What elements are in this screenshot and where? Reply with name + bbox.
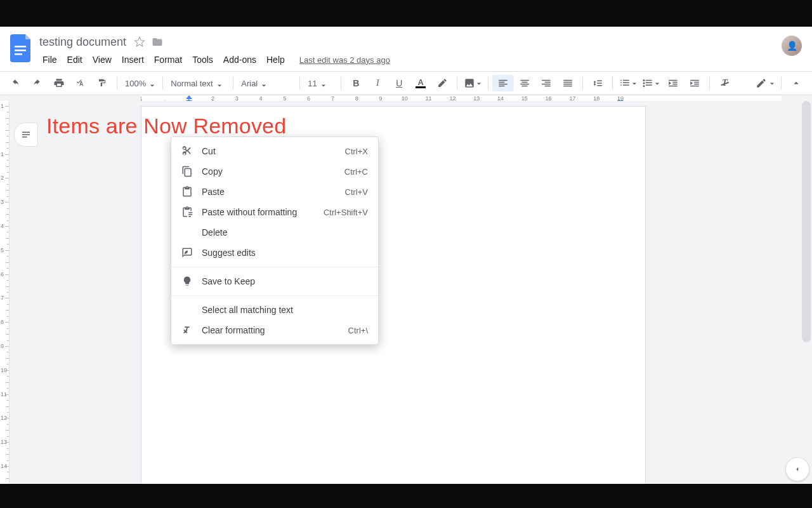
bold-button[interactable]: B [345, 75, 367, 91]
context-menu-shortcut: Ctrl+C [344, 167, 368, 177]
align-right-button[interactable] [535, 75, 557, 91]
menu-format[interactable]: Format [150, 52, 187, 67]
menu-edit[interactable]: Edit [63, 52, 87, 67]
undo-button[interactable] [5, 75, 27, 91]
print-button[interactable] [48, 75, 70, 91]
underline-button[interactable]: U [388, 75, 410, 91]
font-value: Arial [241, 79, 258, 88]
menubar: File Edit View Insert Format Tools Add-o… [38, 52, 390, 67]
context-menu-item[interactable]: PasteCtrl+V [171, 182, 378, 202]
chevron-down-icon [217, 81, 222, 86]
header: testing document File Edit View Insert F… [0, 27, 812, 67]
overlay-text: Items are Now Removed [46, 114, 286, 138]
context-menu-label: Paste [202, 187, 336, 197]
collapse-toolbar-button[interactable] [785, 75, 807, 91]
context-menu-shortcut: Ctrl+\ [348, 326, 368, 335]
zoom-select[interactable]: 100% [121, 79, 159, 88]
context-menu-label: Copy [202, 166, 336, 177]
svg-rect-1 [15, 50, 26, 51]
context-menu-item[interactable]: CopyCtrl+C [171, 161, 378, 182]
context-menu-shortcut: Ctrl+Shift+V [324, 208, 368, 217]
context-menu-item[interactable]: Suggest edits [171, 243, 378, 263]
scrollbar-thumb[interactable] [802, 101, 811, 342]
align-justify-button[interactable] [557, 75, 579, 91]
context-menu-label: Delete [202, 227, 368, 237]
context-menu-item[interactable]: Select all matching text [171, 300, 378, 320]
menu-addons[interactable]: Add-ons [219, 52, 261, 67]
size-value: 11 [308, 79, 317, 88]
paragraph-style-select[interactable]: Normal text [167, 79, 229, 88]
paint-format-button[interactable] [91, 75, 113, 91]
chevron-down-icon [769, 79, 775, 88]
clearf-icon [181, 324, 193, 336]
context-menu-item[interactable]: Delete [171, 222, 378, 243]
chevron-down-icon [655, 79, 660, 88]
svg-rect-2 [15, 53, 22, 55]
menu-view[interactable]: View [88, 52, 116, 67]
editing-mode-button[interactable] [753, 75, 777, 91]
decrease-indent-button[interactable] [662, 75, 684, 91]
insert-image-button[interactable] [461, 75, 484, 91]
docs-app-icon[interactable] [10, 34, 33, 62]
bulleted-list-button[interactable] [639, 75, 662, 91]
context-menu-shortcut: Ctrl+X [345, 147, 368, 156]
context-menu-item[interactable]: Save to Keep [171, 271, 378, 291]
text-color-button[interactable]: A [410, 75, 431, 91]
context-menu-label: Paste without formatting [202, 207, 315, 217]
menu-file[interactable]: File [38, 52, 62, 67]
avatar[interactable]: 👤 [782, 36, 802, 56]
chevron-down-icon [476, 79, 481, 88]
last-edit-text[interactable]: Last edit was 2 days ago [299, 55, 390, 65]
context-menu-item[interactable]: Clear formattingCtrl+\ [171, 320, 378, 340]
increase-indent-button[interactable] [684, 75, 705, 91]
menu-help[interactable]: Help [262, 52, 289, 67]
toolbar: 100% Normal text Arial 11 B I U A [0, 71, 812, 95]
svg-rect-0 [15, 46, 26, 48]
align-center-button[interactable] [514, 75, 535, 91]
style-value: Normal text [171, 79, 213, 88]
context-menu-shortcut: Ctrl+V [345, 187, 368, 197]
context-menu-label: Clear formatting [202, 325, 339, 335]
move-icon[interactable] [152, 36, 163, 48]
align-left-button[interactable] [492, 75, 514, 91]
svg-point-5 [643, 85, 645, 87]
context-menu-item[interactable]: CutCtrl+X [171, 141, 378, 161]
highlight-button[interactable] [431, 75, 453, 91]
explore-button[interactable] [785, 457, 809, 481]
clear-formatting-button[interactable]: T [714, 75, 735, 91]
docs-window: testing document File Edit View Insert F… [0, 27, 812, 484]
svg-point-3 [643, 79, 645, 81]
chevron-down-icon [261, 81, 266, 86]
numbered-list-button[interactable] [617, 75, 639, 91]
context-menu-label: Select all matching text [202, 305, 368, 315]
paste-icon [181, 186, 193, 197]
chevron-down-icon [321, 81, 326, 86]
zoom-value: 100% [125, 79, 146, 88]
menu-insert[interactable]: Insert [117, 52, 148, 67]
context-menu-item[interactable]: Paste without formattingCtrl+Shift+V [171, 202, 378, 222]
chevron-down-icon [150, 81, 155, 86]
copy-icon [181, 166, 193, 177]
spellcheck-button[interactable] [70, 75, 91, 91]
keep-icon [181, 276, 193, 287]
suggest-icon [181, 247, 193, 258]
context-menu-label: Suggest edits [202, 248, 368, 258]
svg-point-4 [643, 83, 645, 84]
italic-button[interactable]: I [367, 75, 388, 91]
title-block: testing document File Edit View Insert F… [38, 32, 390, 67]
menu-tools[interactable]: Tools [188, 52, 218, 67]
outline-toggle-button[interactable] [14, 123, 38, 147]
paste-s-icon [181, 206, 193, 218]
cut-icon [181, 145, 193, 157]
scrollbar-vertical[interactable] [802, 101, 811, 484]
line-spacing-button[interactable] [587, 75, 608, 91]
redo-button[interactable] [27, 75, 48, 91]
document-title[interactable]: testing document [38, 36, 128, 49]
star-icon[interactable] [134, 36, 145, 48]
font-size-select[interactable]: 11 [304, 79, 337, 88]
ruler-vertical[interactable]: 11234567891011121314 [0, 101, 10, 484]
context-menu: CutCtrl+XCopyCtrl+CPasteCtrl+VPaste with… [171, 137, 379, 345]
context-menu-label: Cut [202, 146, 336, 156]
font-select[interactable]: Arial [237, 79, 296, 88]
context-menu-label: Save to Keep [202, 276, 368, 286]
